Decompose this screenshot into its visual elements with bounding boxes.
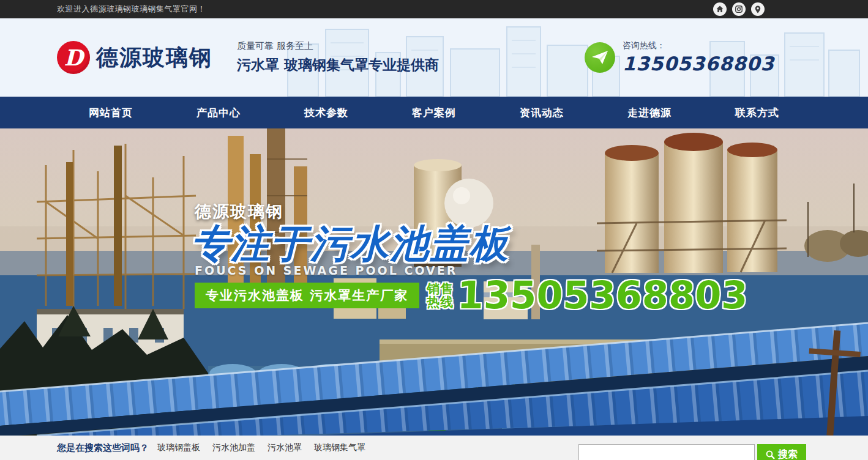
welcome-text: 欢迎进入德源玻璃钢玻璃钢集气罩官网！: [57, 4, 206, 15]
keyword-link-1[interactable]: 玻璃钢盖板: [157, 442, 200, 453]
hero-cta-row: 专业污水池盖板 污水罩生产厂家 销售 热线 13505368803: [195, 279, 748, 312]
camera-icon[interactable]: [732, 2, 746, 16]
header-slogan: 质量可靠 服务至上 污水罩 玻璃钢集气罩专业提供商: [237, 40, 439, 75]
slogan-small: 质量可靠 服务至上: [237, 40, 439, 52]
nav-item-contact[interactable]: 联系方式: [703, 97, 811, 128]
nav-item-about[interactable]: 走进德源: [596, 97, 703, 128]
site-header: D 德源玻璃钢 质量可靠 服务至上 污水罩 玻璃钢集气罩专业提供商 咨询热线： …: [0, 18, 868, 97]
hotline-block: 咨询热线： 13505368803: [585, 40, 811, 75]
search-prompt: 您是在搜索这些词吗？: [57, 442, 149, 454]
hero-headline: 专注于污水池盖板: [191, 218, 509, 270]
nav-item-specs[interactable]: 技术参数: [272, 97, 380, 128]
hero-tagline-chip: 专业污水池盖板 污水罩生产厂家: [195, 283, 419, 308]
hot-keywords: 玻璃钢盖板 污水池加盖 污水池罩 玻璃钢集气罩: [157, 442, 365, 453]
sales-label-line1: 销售: [427, 281, 454, 296]
site-logo[interactable]: D 德源玻璃钢: [57, 41, 212, 74]
keyword-link-2[interactable]: 污水池加盖: [212, 442, 255, 453]
hero-banner: 德源玻璃钢 专注于污水池盖板 FOUCS ON SEWAGE POOL COVE…: [0, 128, 868, 436]
search-strip: 您是在搜索这些词吗？ 玻璃钢盖板 污水池加盖 污水池罩 玻璃钢集气罩 搜索: [0, 436, 868, 460]
nav-item-products[interactable]: 产品中心: [165, 97, 272, 128]
logo-mark-icon: D: [57, 41, 90, 74]
logo-text: 德源玻璃钢: [96, 43, 212, 73]
main-nav: 网站首页 产品中心 技术参数 客户案例 资讯动态 走进德源 联系方式: [0, 97, 868, 128]
hotline-number: 13505368803: [623, 53, 774, 75]
nav-item-cases[interactable]: 客户案例: [380, 97, 488, 128]
nav-item-home[interactable]: 网站首页: [57, 97, 165, 128]
nav-item-news[interactable]: 资讯动态: [488, 97, 596, 128]
keyword-link-3[interactable]: 污水池罩: [268, 442, 302, 453]
search-button[interactable]: 搜索: [757, 444, 806, 460]
hotline-label: 咨询热线：: [623, 40, 774, 51]
home-icon[interactable]: [713, 2, 727, 16]
slogan-big: 污水罩 玻璃钢集气罩专业提供商: [237, 56, 439, 75]
search-icon: [766, 450, 775, 459]
sales-hotline-number: 13505368803: [457, 279, 748, 312]
search-input[interactable]: [578, 444, 755, 460]
paper-plane-icon: [585, 42, 615, 73]
topbar-social-icons: [713, 2, 811, 16]
keyword-link-4[interactable]: 玻璃钢集气罩: [314, 442, 365, 453]
top-bar: 欢迎进入德源玻璃钢玻璃钢集气罩官网！: [0, 0, 868, 18]
hero-subheadline-en: FOUCS ON SEWAGE POOL COVER: [195, 264, 457, 277]
search-button-label: 搜索: [778, 448, 798, 460]
sales-label-line2: 热线: [427, 295, 454, 310]
location-icon[interactable]: [751, 2, 765, 16]
sales-hotline-label: 销售 热线: [427, 282, 454, 309]
